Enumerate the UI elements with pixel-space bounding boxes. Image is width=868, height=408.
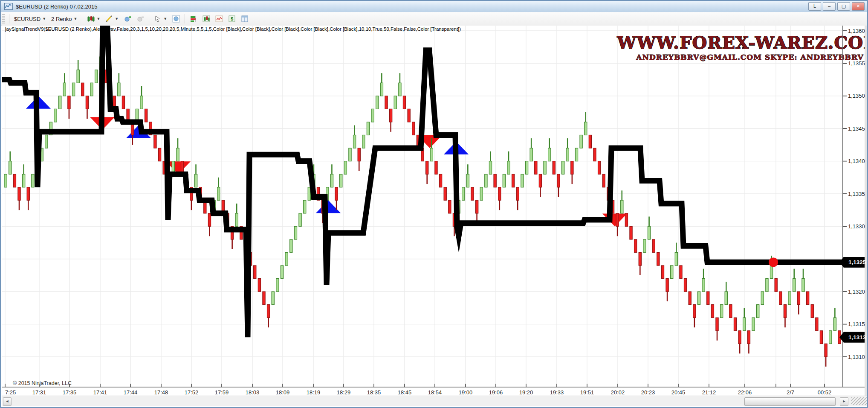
snap-mode-button[interactable]: [170, 14, 182, 24]
renko-brick-up: [371, 109, 374, 122]
renko-brick-down: [86, 96, 88, 109]
renko-brick-up: [671, 265, 673, 279]
window-title: $EURUSD (2 Renko) 07.02.2015: [16, 3, 98, 10]
drawing-tools-button[interactable]: ▼: [103, 14, 121, 24]
chevron-down-icon: ▼: [163, 17, 167, 21]
scroll-right-button[interactable]: ►: [840, 397, 848, 406]
renko-brick-up: [290, 239, 292, 253]
chart-plot-area[interactable]: WWW.FOREX-WAREZ.COMANDREYBBRV@GMAIL.COM …: [2, 26, 868, 398]
maximize-button[interactable]: ▢: [837, 2, 850, 11]
time-axis-label: 19:20: [519, 389, 533, 396]
time-axis-label: 19:00: [459, 389, 473, 396]
time-axis-label: 17:31: [32, 389, 46, 396]
time-axis-label: 18:19: [307, 389, 321, 396]
renko-brick-up: [829, 331, 832, 344]
renko-brick-up: [45, 135, 48, 148]
time-axis-label: 18:35: [367, 389, 381, 396]
renko-brick-down: [666, 279, 668, 292]
renko-brick-up: [580, 135, 582, 148]
renko-brick-up: [272, 291, 274, 305]
title-bar[interactable]: $EURUSD (2 Renko) 07.02.2015 L – ▢ ✕: [1, 1, 867, 12]
market-analyzer-button[interactable]: [187, 14, 200, 24]
renko-brick-down: [707, 291, 709, 305]
instrument-label: $EURUSD: [14, 16, 41, 22]
renko-brick-up: [299, 213, 301, 227]
svg-text:$: $: [231, 16, 233, 21]
renko-brick-down: [254, 265, 256, 279]
time-axis-label: 18:29: [337, 389, 351, 396]
strategy-analyzer-button[interactable]: [213, 14, 226, 24]
scroll-left-button[interactable]: ◄: [3, 397, 12, 406]
renko-brick-up: [4, 174, 7, 187]
snap-icon: [172, 15, 180, 23]
zoom-in-button[interactable]: [121, 14, 134, 24]
link-button[interactable]: L: [808, 2, 821, 11]
renko-brick-up: [394, 96, 396, 109]
period-label: 2 Renko: [51, 16, 72, 22]
renko-brick-down: [689, 291, 691, 305]
renko-brick-down: [589, 135, 591, 148]
renko-brick-up: [720, 305, 723, 318]
toolbar-separator: [9, 14, 9, 23]
renko-brick-up: [566, 148, 569, 161]
renko-brick-up: [702, 279, 705, 292]
price-axis-label: 1,1330: [848, 223, 865, 230]
renko-brick-up: [176, 148, 179, 161]
price-axis-label: 1,1315: [848, 321, 865, 327]
renko-brick-down: [476, 200, 478, 213]
resize-grip[interactable]: [851, 397, 867, 405]
account-data-button[interactable]: $: [226, 14, 238, 24]
renko-brick-down: [657, 253, 660, 266]
copyright-text: © 2015 NinjaTrader, LLC: [13, 380, 72, 386]
minimize-button[interactable]: –: [823, 2, 836, 11]
scrollbar-thumb[interactable]: [744, 397, 836, 406]
renko-brick-down: [825, 344, 827, 357]
pencil-icon: [105, 15, 113, 23]
renko-brick-down: [729, 305, 732, 318]
time-axis-label: 18:03: [246, 389, 260, 396]
renko-brick-down: [616, 213, 619, 227]
renko-brick-up: [752, 318, 755, 331]
period-selector[interactable]: 2 Renko ▼: [49, 15, 80, 23]
time-axis-label: 17:52: [185, 389, 199, 396]
renko-brick-up: [340, 174, 342, 187]
horizontal-scrollbar[interactable]: ◄ ►: [2, 396, 868, 406]
renko-brick-up: [743, 318, 746, 331]
renko-brick-down: [630, 226, 632, 239]
renko-brick-up: [367, 122, 369, 135]
instrument-selector[interactable]: $EURUSD ▼: [12, 15, 49, 23]
price-axis-label: 1,1360: [848, 28, 865, 34]
new-chart-button[interactable]: [200, 14, 213, 24]
renko-brick-up: [584, 122, 587, 135]
renko-brick-down: [734, 318, 736, 331]
toolbar-grip-handle[interactable]: [2, 14, 5, 23]
close-button[interactable]: ✕: [852, 2, 865, 11]
time-axis-label: 00:52: [818, 389, 832, 396]
renko-brick-down: [811, 305, 813, 318]
renko-brick-up: [430, 148, 433, 161]
toolbar-separator: [82, 14, 82, 23]
renko-brick-up: [648, 226, 650, 239]
dollar-account-icon: $: [228, 15, 236, 23]
renko-brick-down: [598, 161, 601, 175]
renko-brick-down: [448, 200, 451, 213]
renko-brick-down: [684, 279, 687, 292]
renko-brick-down: [385, 96, 388, 109]
renko-brick-down: [426, 161, 428, 175]
time-axis-label: 19:51: [580, 389, 594, 396]
cursor-tool-button[interactable]: ▼: [151, 14, 170, 24]
strategy-chart-icon: [215, 15, 223, 23]
renko-brick-down: [693, 305, 696, 318]
renko-brick-up: [561, 161, 564, 175]
zoom-out-button[interactable]: [134, 14, 147, 24]
price-axis-label: 1,1335: [848, 191, 865, 197]
renko-brick-down: [602, 174, 605, 187]
renko-brick-up: [330, 174, 333, 187]
renko-brick-up: [376, 96, 379, 109]
price-tag-label: 1,1325: [848, 259, 866, 265]
time-axis-label: 20:45: [671, 389, 686, 396]
panel-button[interactable]: [238, 14, 251, 24]
renko-brick-down: [816, 318, 818, 331]
time-axis-label: 17:44: [124, 389, 138, 396]
chart-style-button[interactable]: ▼: [84, 14, 103, 24]
